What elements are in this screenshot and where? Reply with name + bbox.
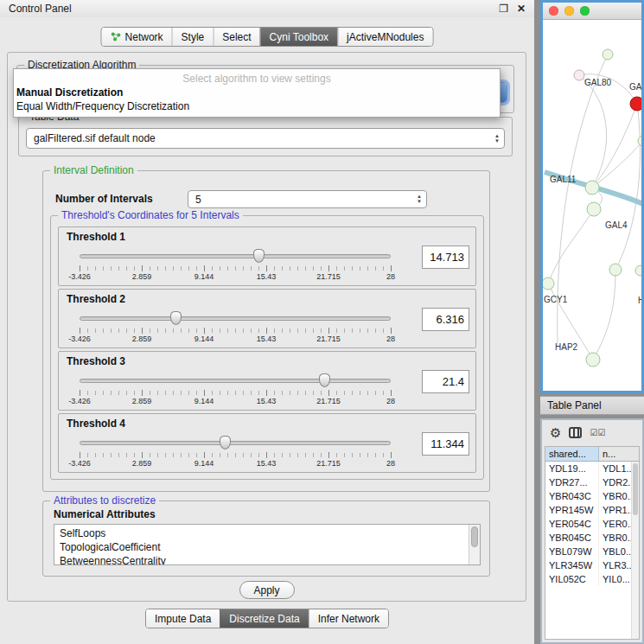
tab-jactivemnodules[interactable]: jActiveMNodules [337, 28, 432, 46]
dropdown-option-equal-width-frequency-discretization[interactable]: Equal Width/Frequency Discretization [14, 99, 500, 113]
close-icon[interactable]: ✕ [517, 3, 526, 14]
network-node[interactable] [609, 264, 622, 276]
table-row[interactable]: YBR045CYBR0... [545, 531, 639, 545]
threshold-slider[interactable] [80, 435, 391, 450]
threshold-slider[interactable] [80, 310, 391, 326]
group-label: Interval Definition [50, 164, 137, 176]
attribute-item-betweennesscentrality[interactable]: BetweennessCentrality [60, 554, 480, 565]
slider-ticks [80, 391, 391, 395]
scrollbar-thumb[interactable] [633, 463, 638, 515]
slider-track[interactable] [80, 254, 391, 258]
close-traffic-light[interactable] [549, 6, 558, 16]
table-data-combobox[interactable]: galFiltered.sif default node ▲ ▼ [26, 128, 505, 149]
tab-network[interactable]: Network [102, 28, 172, 46]
float-window-icon[interactable]: ❐ [499, 3, 508, 14]
zoom-traffic-light[interactable] [580, 6, 590, 16]
dropdown-options: Manual DiscretizationEqual Width/Frequen… [14, 86, 500, 113]
table-row[interactable]: YPR145WYPR1... [545, 503, 639, 517]
table-row[interactable]: YLR345WYLR3... [545, 558, 639, 572]
attributes-list[interactable]: SelfLoopsTopologicalCoefficientBetweenne… [54, 524, 481, 565]
network-node[interactable] [638, 136, 641, 146]
tab-label: Style [182, 31, 205, 43]
threshold-label: Threshold 3 [67, 355, 125, 367]
dropdown-option-manual-discretization[interactable]: Manual Discretization [14, 86, 500, 99]
threshold-value-field[interactable]: 14.713 [422, 245, 469, 269]
network-node[interactable] [586, 353, 600, 367]
table-data-group: Table Data galFiltered.sif default node … [18, 117, 513, 156]
slider-track[interactable] [80, 441, 391, 445]
slider-thumb[interactable] [253, 249, 265, 263]
tab-select[interactable]: Select [213, 28, 259, 46]
threshold-panel-2: Threshold 2-3.4262.8599.14415.4321.71528… [58, 289, 476, 348]
slider-track[interactable] [80, 379, 391, 383]
network-node[interactable] [587, 202, 601, 216]
list-scrollbar[interactable] [469, 525, 480, 564]
network-node[interactable] [574, 70, 584, 80]
combobox-stepper[interactable]: ▲ ▼ [412, 194, 426, 204]
apply-button[interactable]: Apply [239, 581, 294, 599]
column-header-shared-name[interactable]: shared... [545, 447, 599, 461]
tick-label: 15.43 [257, 459, 277, 468]
tab-label: jActiveMNodules [347, 31, 424, 43]
select-rows-icon[interactable]: ☑☑ [590, 428, 605, 437]
cell-shared-name: YBL079W [545, 545, 599, 558]
slider-thumb[interactable] [319, 373, 330, 387]
minimize-traffic-light[interactable] [564, 6, 574, 16]
number-of-intervals-combobox[interactable]: 5 ▲ ▼ [188, 190, 427, 208]
table-row[interactable]: YBL079WYBL0... [545, 545, 639, 558]
slider-ticks [80, 328, 391, 333]
slider-track[interactable] [80, 316, 391, 321]
threshold-slider[interactable] [80, 248, 391, 264]
network-canvas[interactable]: GAL80 GA GAL11 GAL4 GCY1 H HAP2 [543, 20, 641, 391]
table-row[interactable]: YER054CYER0... [545, 517, 639, 531]
tick-label: 9.144 [194, 459, 214, 468]
tab-infer-network[interactable]: Infer Network [309, 609, 388, 628]
tick-label: 21.715 [316, 459, 341, 468]
table-row[interactable]: YDR27...YDR2... [545, 475, 639, 489]
table-row[interactable]: YBR043CYBR0... [545, 489, 639, 503]
table-row[interactable]: YDL19...YDL1... [545, 462, 639, 475]
tick-label: 21.715 [316, 397, 341, 405]
attribute-item-selfloops[interactable]: SelfLoops [60, 526, 480, 540]
slider-thumb[interactable] [170, 311, 182, 325]
threshold-value-field[interactable]: 21.4 [422, 370, 469, 393]
network-icon [111, 31, 122, 42]
control-panel: Control Panel ❐ ✕ NetworkStyleSelectCyni… [0, 0, 534, 644]
threshold-value-field[interactable]: 11.344 [422, 432, 469, 456]
selected-red-node[interactable] [630, 97, 641, 111]
spinner-down-icon: ▼ [494, 139, 500, 143]
threshold-label: Threshold 4 [67, 418, 125, 430]
scrollbar-thumb[interactable] [471, 526, 478, 547]
column-header-name[interactable]: n... [599, 447, 639, 461]
network-node[interactable] [635, 265, 641, 276]
group-label: Threshold's Coordinates for 5 Intervals [58, 209, 243, 221]
thresholds-body: Threshold 1-3.4262.8599.14415.4321.71528… [58, 226, 476, 474]
network-node[interactable] [603, 49, 613, 60]
tab-style[interactable]: Style [172, 28, 214, 46]
tick-label: 2.859 [132, 272, 152, 281]
column-chooser-icon[interactable] [569, 427, 582, 438]
slider-tick-labels: -3.4262.8599.14415.4321.71528 [80, 459, 391, 469]
threshold-value-field[interactable]: 6.316 [422, 308, 469, 331]
svg-text:HAP2: HAP2 [555, 342, 578, 352]
slider-tick-labels: -3.4262.8599.14415.4321.71528 [80, 335, 391, 344]
slider-thumb[interactable] [220, 436, 231, 450]
attributes-group: Attributes to discretize Numerical Attri… [42, 501, 490, 577]
attribute-item-topologicalcoefficient[interactable]: TopologicalCoefficient [60, 540, 480, 554]
spinner-down-icon: ▼ [417, 200, 422, 204]
network-graph[interactable]: GAL80 GA GAL11 GAL4 GCY1 H HAP2 [543, 20, 641, 391]
svg-text:H: H [638, 296, 641, 305]
table-scrollbar[interactable] [631, 462, 639, 639]
tab-label: Select [222, 31, 251, 43]
network-node[interactable] [543, 277, 554, 290]
combobox-stepper[interactable]: ▲ ▼ [490, 134, 504, 143]
threshold-slider[interactable] [80, 373, 391, 388]
tab-label: Infer Network [318, 613, 379, 625]
network-node[interactable] [585, 181, 599, 194]
tab-cyni-toolbox[interactable]: Cyni Toolbox [260, 28, 337, 46]
table-row[interactable]: YIL052CYIL0... [545, 572, 639, 586]
tab-impute-data[interactable]: Impute Data [146, 609, 220, 628]
cell-shared-name: YDL19... [545, 462, 599, 475]
tab-discretize-data[interactable]: Discretize Data [220, 609, 308, 628]
gear-icon[interactable]: ⚙ [550, 426, 561, 439]
